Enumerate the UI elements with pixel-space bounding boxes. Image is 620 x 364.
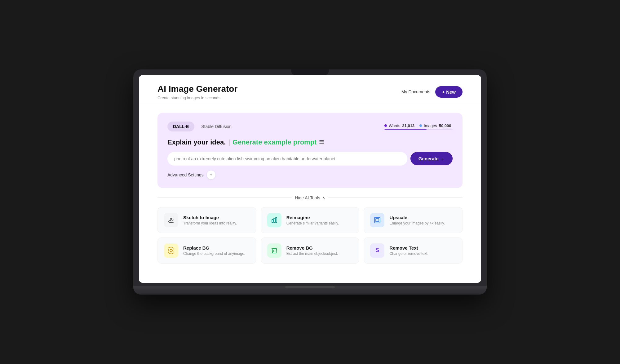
advanced-settings-label: Advanced Settings [167,172,204,177]
remove-text-info: Remove Text Change or remove text. [389,245,428,256]
tool-card-upscale[interactable]: Upscale Enlarge your images by 4x easily… [364,207,463,233]
svg-rect-1 [272,220,273,223]
svg-rect-6 [168,248,174,253]
tools-grid: Sketch to Image Transform your ideas int… [157,207,463,264]
replace-bg-title: Replace BG [183,245,245,251]
tool-card-remove-text[interactable]: S Remove Text Change or remove text. [364,237,463,264]
model-tabs: DALL-E Stable Diffusion [167,122,237,131]
laptop-screen: AI Image Generator Create stunning image… [139,75,481,283]
words-dot [384,124,387,127]
laptop-base [133,286,487,295]
generator-panel: DALL-E Stable Diffusion Words 31,013 [157,113,463,188]
svg-rect-2 [274,218,275,223]
divider-line-right [328,198,463,198]
generate-example-link[interactable]: Generate example prompt [232,138,317,146]
remove-text-icon: S [370,243,384,258]
advanced-settings-row: Advanced Settings + [167,171,453,179]
header-right: My Documents + New [401,86,463,98]
replace-bg-info: Replace BG Change the background of anyi… [183,245,245,256]
tab-dalle[interactable]: DALL-E [167,122,194,131]
divider-line-left [157,198,292,198]
upscale-desc: Enlarge your images by 4x easily. [389,221,445,225]
svg-rect-4 [374,217,380,223]
images-stat: Images 50,000 [419,123,451,128]
remove-text-title: Remove Text [389,245,428,251]
images-dot [419,124,422,127]
prompt-input[interactable] [167,152,407,166]
words-stat: Words 31,013 [384,123,414,128]
generate-button[interactable]: Generate → [410,152,453,165]
svg-rect-3 [276,217,277,223]
stats-area: Words 31,013 Images 50,000 [384,123,453,130]
list-icon[interactable]: ☰ [319,139,324,146]
reimagine-title: Reimagine [286,215,339,220]
new-button[interactable]: + New [435,86,463,98]
prompt-label-row: Explain your idea. | Generate example pr… [167,138,453,146]
prompt-input-row: Generate → [167,152,453,166]
svg-point-0 [170,218,172,220]
chevron-up-icon: ∧ [322,195,325,200]
tool-card-sketch-to-image[interactable]: Sketch to Image Transform your ideas int… [157,207,256,233]
reimagine-info: Reimagine Generate similar variants easi… [286,215,339,225]
upscale-icon [370,213,384,227]
replace-bg-icon [164,243,178,258]
stats-bar-fill [384,129,427,130]
upscale-info: Upscale Enlarge your images by 4x easily… [389,215,445,225]
tool-card-reimagine[interactable]: Reimagine Generate similar variants easi… [261,207,360,233]
tab-stable-diffusion[interactable]: Stable Diffusion [196,122,237,131]
svg-point-7 [170,249,172,252]
app-header: AI Image Generator Create stunning image… [139,75,481,104]
hide-ai-tools-label: Hide AI Tools ∧ [295,195,325,200]
sketch-to-image-desc: Transform your ideas into reality. [183,221,237,225]
sketch-to-image-title: Sketch to Image [183,215,237,220]
panel-top: DALL-E Stable Diffusion Words 31,013 [167,122,453,131]
app-title: AI Image Generator [157,84,237,94]
app-content: DALL-E Stable Diffusion Words 31,013 [139,104,481,272]
svg-rect-5 [376,219,379,222]
sketch-to-image-icon [164,213,178,227]
prompt-separator: | [228,138,230,146]
reimagine-icon [267,213,281,227]
remove-text-desc: Change or remove text. [389,251,428,256]
tool-card-remove-bg[interactable]: Remove BG Extract the main object/subjec… [261,237,360,264]
laptop-notch [291,69,329,75]
my-documents-button[interactable]: My Documents [401,89,430,94]
remove-bg-info: Remove BG Extract the main object/subjec… [286,245,338,256]
sketch-to-image-info: Sketch to Image Transform your ideas int… [183,215,237,225]
remove-bg-title: Remove BG [286,245,338,251]
hide-ai-tools-row[interactable]: Hide AI Tools ∧ [157,195,463,200]
upscale-title: Upscale [389,215,445,220]
replace-bg-desc: Change the background of anyimage. [183,251,245,256]
laptop-frame: AI Image Generator Create stunning image… [133,69,487,295]
reimagine-desc: Generate similar variants easily. [286,221,339,225]
advanced-settings-toggle[interactable]: + [207,171,215,179]
remove-bg-icon [267,243,281,258]
remove-bg-desc: Extract the main object/subject. [286,251,338,256]
app-subtitle: Create stunning images in seconds. [157,95,237,100]
stats-bar [384,129,453,130]
header-left: AI Image Generator Create stunning image… [157,84,237,100]
tool-card-replace-bg[interactable]: Replace BG Change the background of anyi… [157,237,256,264]
